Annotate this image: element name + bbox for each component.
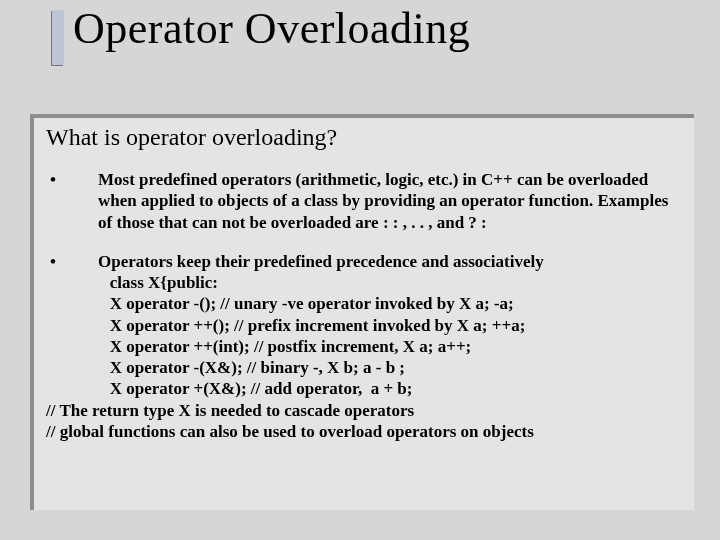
paragraph-2: • Operators keep their predefined preced…: [46, 251, 684, 272]
code-line: X operator +(X&); // add operator, a + b…: [46, 379, 412, 398]
code-line: X operator ++(int); // postfix increment…: [46, 337, 471, 356]
tail-line-2: // global functions can also be used to …: [46, 421, 684, 442]
body-inner: What is operator overloading? • Most pre…: [34, 118, 694, 452]
paragraph-2-lead: Operators keep their predefined preceden…: [98, 251, 544, 272]
title-area: Operator Overloading: [55, 5, 705, 80]
slide: Operator Overloading What is operator ov…: [0, 0, 720, 540]
code-line: class X{public:: [46, 273, 218, 292]
title-accent-bar: [52, 10, 64, 65]
code-line: X operator -(); // unary -ve operator in…: [46, 294, 514, 313]
slide-title: Operator Overloading: [73, 3, 470, 54]
code-line: X operator ++(); // prefix increment inv…: [46, 316, 525, 335]
code-line: X operator -(X&); // binary -, X b; a - …: [46, 358, 405, 377]
bullet-icon: •: [46, 251, 98, 272]
paragraph-1: • Most predefined operators (arithmetic,…: [46, 169, 684, 233]
paragraph-1-text: Most predefined operators (arithmetic, l…: [98, 169, 684, 233]
subtitle: What is operator overloading?: [46, 124, 684, 151]
body-panel: What is operator overloading? • Most pre…: [34, 118, 694, 510]
tail-line-1: // The return type X is needed to cascad…: [46, 400, 684, 421]
code-block: class X{public: X operator -(); // unary…: [46, 272, 684, 400]
bullet-icon: •: [46, 169, 98, 233]
